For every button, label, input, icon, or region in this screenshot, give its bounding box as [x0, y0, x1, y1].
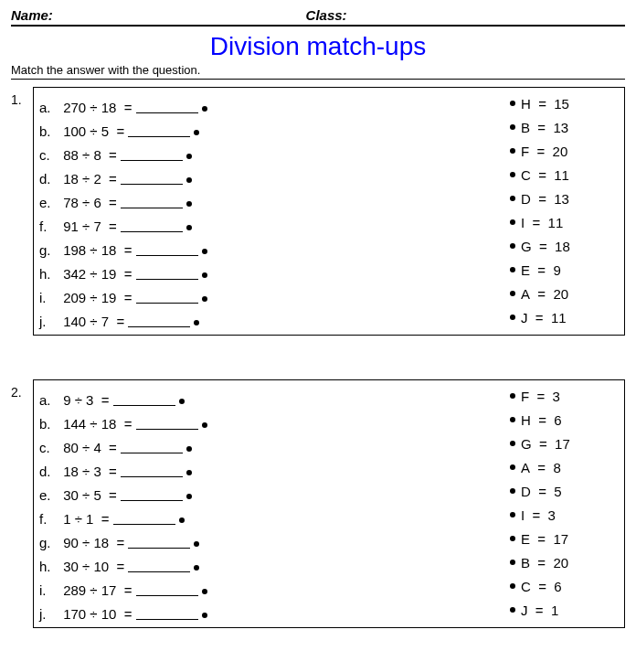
match-dot-icon	[202, 272, 207, 278]
answer-value: 8	[553, 460, 560, 475]
question-row: b. 144 ÷ 18 =	[39, 408, 510, 432]
answer-letter: E	[521, 262, 530, 278]
answer-equals: =	[529, 144, 552, 159]
match-dot-icon	[510, 607, 515, 613]
answer-blank[interactable]	[128, 123, 190, 137]
question-letter: d.	[39, 171, 59, 187]
answer-equals: =	[528, 310, 551, 325]
question-row: g. 90 ÷ 18 =	[39, 527, 510, 550]
question-row: f. 91 ÷ 7 =	[39, 210, 510, 234]
answer-blank[interactable]	[136, 241, 198, 256]
question-row: c. 80 ÷ 4 =	[39, 432, 510, 455]
match-dot-icon	[510, 124, 515, 130]
match-dot-icon	[510, 243, 515, 249]
answer-row: A = 8	[510, 455, 615, 479]
question-expression: 1 ÷ 1 =	[59, 511, 110, 527]
answer-blank[interactable]	[121, 463, 183, 477]
answer-blank[interactable]	[136, 289, 198, 304]
answer-equals: =	[529, 389, 552, 404]
answer-blank[interactable]	[128, 534, 190, 549]
question-letter: e.	[39, 487, 59, 503]
match-dot-icon	[179, 399, 185, 404]
question-row: j. 140 ÷ 7 =	[39, 305, 510, 329]
answer-row: G = 17	[510, 432, 615, 455]
question-expression: 30 ÷ 10 =	[59, 559, 124, 574]
answer-row: A = 20	[510, 282, 615, 305]
question-expression: 270 ÷ 18 =	[59, 100, 132, 115]
match-dot-icon	[510, 536, 515, 541]
match-dot-icon	[510, 101, 515, 106]
answer-equals: =	[530, 262, 553, 278]
match-dot-icon	[510, 464, 515, 470]
answer-value: 6	[554, 412, 561, 428]
question-expression: 30 ÷ 5 =	[59, 487, 117, 503]
answer-blank[interactable]	[121, 194, 183, 208]
questions-column: a. 9 ÷ 3 =b. 144 ÷ 18 =c. 80 ÷ 4 =d. 18 …	[39, 384, 510, 622]
match-dot-icon	[186, 177, 192, 183]
problem-set: 1.a. 270 ÷ 18 =b. 100 ÷ 5 =c. 88 ÷ 8 =d.…	[11, 87, 625, 336]
answer-blank[interactable]	[136, 415, 198, 430]
match-dot-icon	[186, 201, 192, 207]
answer-blank[interactable]	[136, 581, 198, 596]
answer-blank[interactable]	[121, 170, 183, 185]
question-expression: 209 ÷ 19 =	[59, 290, 132, 305]
question-expression: 9 ÷ 3 =	[59, 392, 110, 408]
match-dot-icon	[194, 541, 199, 547]
instructions-text: Match the answer with the question.	[11, 63, 625, 80]
question-row: h. 342 ÷ 19 =	[39, 258, 510, 282]
answer-blank[interactable]	[136, 99, 198, 113]
answer-blank[interactable]	[121, 146, 183, 161]
answer-value: 11	[548, 215, 564, 230]
question-letter: g.	[39, 242, 59, 258]
answer-row: C = 11	[510, 163, 615, 187]
question-letter: c.	[39, 440, 59, 455]
answer-blank[interactable]	[121, 218, 183, 232]
answer-blank[interactable]	[128, 558, 190, 572]
answer-row: H = 15	[510, 91, 615, 115]
question-row: c. 88 ÷ 8 =	[39, 139, 510, 163]
answer-letter: F	[521, 144, 529, 159]
answer-row: I = 11	[510, 210, 615, 234]
answer-value: 20	[553, 286, 568, 302]
question-row: d. 18 ÷ 2 =	[39, 163, 510, 187]
answer-value: 18	[555, 239, 570, 254]
match-dot-icon	[510, 512, 515, 517]
answer-value: 1	[551, 603, 558, 618]
answer-letter: H	[521, 96, 531, 112]
match-dot-icon	[186, 154, 192, 159]
answer-equals: =	[530, 531, 553, 547]
answer-blank[interactable]	[136, 605, 198, 620]
answer-value: 15	[554, 96, 569, 112]
question-expression: 198 ÷ 18 =	[59, 242, 132, 258]
match-dot-icon	[186, 446, 192, 452]
match-dot-icon	[510, 441, 515, 446]
answer-blank[interactable]	[128, 313, 190, 327]
match-dot-icon	[202, 613, 207, 618]
match-dot-icon	[179, 517, 185, 523]
question-letter: d.	[39, 464, 59, 479]
match-dot-icon	[186, 225, 192, 230]
answer-blank[interactable]	[136, 265, 198, 280]
answer-blank[interactable]	[113, 510, 175, 525]
answer-letter: C	[521, 579, 531, 594]
answer-blank[interactable]	[113, 391, 175, 406]
answer-value: 17	[553, 531, 568, 547]
question-row: a. 9 ÷ 3 =	[39, 384, 510, 408]
question-row: e. 78 ÷ 6 =	[39, 187, 510, 210]
answer-equals: =	[531, 579, 554, 594]
answer-equals: =	[531, 484, 554, 499]
answer-row: C = 6	[510, 574, 615, 598]
match-dot-icon	[194, 130, 199, 135]
match-dot-icon	[202, 249, 207, 254]
answer-blank[interactable]	[121, 439, 183, 453]
set-number: 1.	[11, 87, 33, 107]
answer-equals: =	[530, 286, 553, 302]
answer-value: 17	[555, 436, 570, 452]
answer-letter: C	[521, 167, 531, 183]
answer-blank[interactable]	[121, 486, 183, 501]
question-expression: 88 ÷ 8 =	[59, 147, 117, 163]
answer-letter: F	[521, 389, 529, 404]
match-dot-icon	[186, 494, 192, 499]
answer-row: D = 13	[510, 187, 615, 210]
question-letter: f.	[39, 219, 59, 234]
